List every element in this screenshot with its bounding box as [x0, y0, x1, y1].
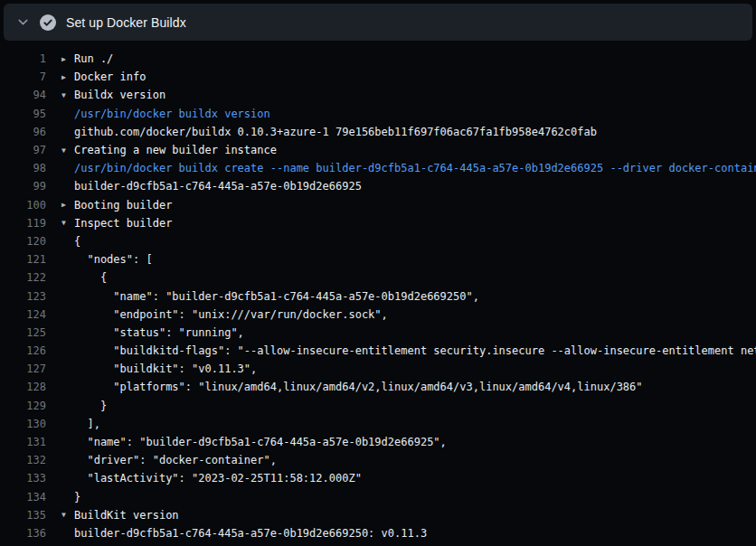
group-collapsed-arrow-icon[interactable]: ▶ [46, 201, 74, 209]
log-text: "endpoint": "unix:///var/run/docker.sock… [74, 308, 756, 321]
group-expanded-arrow-icon[interactable]: ▼ [46, 219, 74, 227]
log-group-title[interactable]: Inspect builder [74, 217, 756, 230]
log-text: { [74, 271, 756, 284]
line-number[interactable]: 122 [0, 271, 46, 284]
log-line: 1▶Run ./ [0, 50, 756, 68]
line-number[interactable]: 134 [0, 491, 46, 504]
line-number[interactable]: 126 [0, 344, 46, 357]
step-title: Set up Docker Buildx [66, 15, 186, 30]
log-line: 95/usr/bin/docker buildx version [0, 105, 756, 123]
log-text: "platforms": "linux/amd64,linux/amd64/v2… [74, 381, 756, 393]
line-number[interactable]: 100 [0, 199, 46, 212]
line-number[interactable]: 136 [0, 527, 46, 540]
line-number[interactable]: 98 [0, 162, 46, 174]
log-line: 134} [0, 488, 756, 506]
line-number[interactable]: 1 [0, 52, 46, 65]
log-text: github.com/docker/buildx 0.10.3+azure-1 … [74, 126, 756, 138]
log-line: 96github.com/docker/buildx 0.10.3+azure-… [0, 123, 756, 141]
log-line: 133 "lastActivity": "2023-02-25T11:58:12… [0, 469, 756, 487]
log-text: } [74, 400, 756, 412]
log-line: 135▼BuildKit version [0, 506, 756, 524]
log-text: /usr/bin/docker buildx version [74, 108, 756, 120]
log-text: /usr/bin/docker buildx create --name bui… [74, 162, 756, 174]
log-text: "lastActivity": "2023-02-25T11:58:12.000… [74, 472, 756, 485]
line-number[interactable]: 124 [0, 308, 46, 321]
log-group-title[interactable]: BuildKit version [74, 509, 756, 522]
log-text: "name": "builder-d9cfb5a1-c764-445a-a57e… [74, 290, 756, 303]
log-line: 121 "nodes": [ [0, 250, 756, 268]
log-line: 122 { [0, 268, 756, 287]
log-line: 97▼Creating a new builder instance [0, 141, 756, 159]
log-text: builder-d9cfb5a1-c764-445a-a57e-0b19d2e6… [74, 180, 756, 193]
log-text: builder-d9cfb5a1-c764-445a-a57e-0b19d2e6… [74, 527, 756, 540]
line-number[interactable]: 131 [0, 436, 46, 448]
line-number[interactable]: 130 [0, 418, 46, 430]
line-number[interactable]: 7 [0, 71, 46, 83]
log-line: 99builder-d9cfb5a1-c764-445a-a57e-0b19d2… [0, 177, 756, 195]
log-text: "name": "builder-d9cfb5a1-c764-445a-a57e… [74, 436, 756, 448]
log-line: 123 "name": "builder-d9cfb5a1-c764-445a-… [0, 287, 756, 305]
log-line: 136builder-d9cfb5a1-c764-445a-a57e-0b19d… [0, 524, 756, 542]
log-line: 131 "name": "builder-d9cfb5a1-c764-445a-… [0, 433, 756, 451]
line-number[interactable]: 127 [0, 362, 46, 375]
log-line: 94▼Buildx version [0, 86, 756, 104]
check-circle-icon [40, 14, 56, 31]
log-text: "driver": "docker-container", [74, 454, 756, 466]
log-line: 98/usr/bin/docker buildx create --name b… [0, 159, 756, 177]
line-number[interactable]: 125 [0, 326, 46, 339]
log-text: ], [74, 418, 756, 430]
line-number[interactable]: 133 [0, 472, 46, 485]
log-text: "status": "running", [74, 326, 756, 339]
log-line: 129 } [0, 397, 756, 415]
log-group-title[interactable]: Buildx version [74, 89, 756, 101]
log-text: { [74, 235, 756, 248]
line-number[interactable]: 99 [0, 180, 46, 193]
log-body: 1▶Run ./7▶Docker info94▼Buildx version95… [0, 41, 756, 542]
group-collapsed-arrow-icon[interactable]: ▶ [46, 55, 74, 63]
line-number[interactable]: 96 [0, 126, 46, 138]
chevron-down-icon[interactable] [16, 15, 30, 29]
line-number[interactable]: 94 [0, 89, 46, 101]
log-line: 126 "buildkitd-flags": "--allow-insecure… [0, 342, 756, 360]
log-group-title[interactable]: Run ./ [74, 52, 756, 65]
line-number[interactable]: 123 [0, 290, 46, 303]
log-group-title[interactable]: Creating a new builder instance [74, 144, 756, 156]
line-number[interactable]: 120 [0, 235, 46, 248]
log-line: 120{ [0, 232, 756, 250]
log-line: 130 ], [0, 415, 756, 433]
line-number[interactable]: 119 [0, 217, 46, 230]
log-line: 100▶Booting builder [0, 196, 756, 214]
group-collapsed-arrow-icon[interactable]: ▶ [46, 73, 74, 81]
log-line: 119▼Inspect builder [0, 214, 756, 232]
line-number[interactable]: 132 [0, 454, 46, 466]
log-text: } [74, 491, 756, 504]
line-number[interactable]: 97 [0, 144, 46, 156]
log-text: "buildkit": "v0.11.3", [74, 362, 756, 375]
group-expanded-arrow-icon[interactable]: ▼ [46, 511, 74, 519]
group-expanded-arrow-icon[interactable]: ▼ [46, 91, 74, 99]
line-number[interactable]: 135 [0, 509, 46, 522]
line-number[interactable]: 95 [0, 108, 46, 120]
log-group-title[interactable]: Booting builder [74, 199, 756, 212]
log-text: "buildkitd-flags": "--allow-insecure-ent… [74, 344, 756, 357]
line-number[interactable]: 128 [0, 381, 46, 393]
log-group-title[interactable]: Docker info [74, 71, 756, 83]
log-line: 125 "status": "running", [0, 324, 756, 342]
line-number[interactable]: 129 [0, 400, 46, 412]
step-header[interactable]: Set up Docker Buildx [4, 4, 752, 41]
log-line: 7▶Docker info [0, 68, 756, 86]
log-line: 124 "endpoint": "unix:///var/run/docker.… [0, 306, 756, 324]
log-line: 127 "buildkit": "v0.11.3", [0, 360, 756, 378]
group-expanded-arrow-icon[interactable]: ▼ [46, 146, 74, 155]
line-number[interactable]: 121 [0, 253, 46, 266]
log-line: 128 "platforms": "linux/amd64,linux/amd6… [0, 378, 756, 396]
log-text: "nodes": [ [74, 253, 756, 266]
log-line: 132 "driver": "docker-container", [0, 451, 756, 469]
